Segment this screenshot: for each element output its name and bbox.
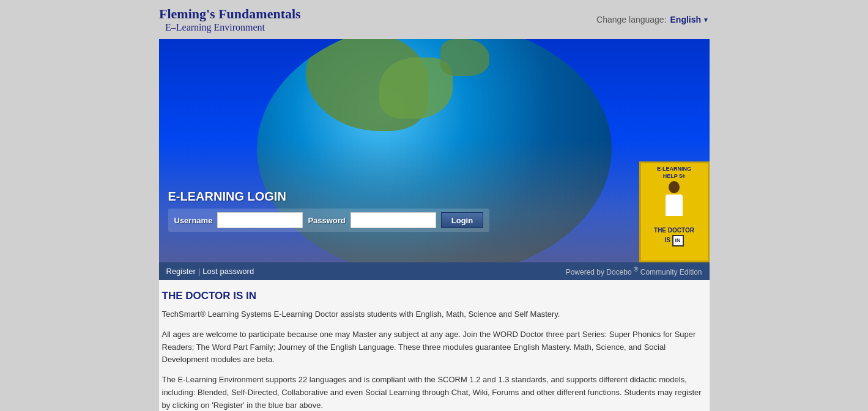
site-title-block: Fleming's Fundamentals E–Learning Enviro… bbox=[159, 6, 301, 33]
globe-land-3 bbox=[440, 39, 489, 76]
password-label: Password bbox=[308, 216, 345, 225]
copyright-symbol: ® bbox=[634, 266, 638, 273]
language-label: Change language: bbox=[596, 15, 666, 24]
booth-bottom-text: THE DOCTORIS IN bbox=[654, 226, 694, 246]
header: Fleming's Fundamentals E–Learning Enviro… bbox=[0, 0, 868, 39]
username-input[interactable] bbox=[217, 212, 303, 228]
bottom-bar: Register | Lost password Powered by Doce… bbox=[159, 262, 710, 280]
separator: | bbox=[198, 267, 200, 276]
content-paragraph-3: The E-Learning Environment supports 22 l… bbox=[162, 374, 707, 411]
bottom-bar-left: Register | Lost password bbox=[166, 267, 254, 276]
paragraph-2-text: All ages are welcome to participate beca… bbox=[162, 330, 696, 365]
booth-top-text: E-LEARNINGHELP 5¢ bbox=[657, 166, 691, 180]
language-selector[interactable]: Change language: English ▼ bbox=[596, 15, 709, 24]
language-value: English bbox=[670, 15, 702, 24]
content-heading: THE DOCTOR IS IN bbox=[162, 290, 707, 302]
language-dropdown[interactable]: English ▼ bbox=[670, 15, 709, 24]
content-paragraph-1: TechSmart® Learning Systems E-Learning D… bbox=[162, 308, 707, 321]
content-paragraph-2: All ages are welcome to participate beca… bbox=[162, 328, 707, 366]
edition-text: Community Edition bbox=[640, 268, 702, 276]
username-label: Username bbox=[174, 216, 213, 225]
login-title: E-LEARNING LOGIN bbox=[168, 190, 490, 204]
main-image-area: E-LEARNINGHELP 5¢ THE DOCTORIS IN E-LEAR… bbox=[159, 39, 710, 262]
password-input[interactable] bbox=[351, 212, 436, 228]
powered-text: Powered by Docebo bbox=[566, 268, 632, 276]
register-link[interactable]: Register bbox=[166, 267, 196, 276]
content-inner: THE DOCTOR IS IN TechSmart® Learning Sys… bbox=[159, 290, 710, 411]
paragraph-1-text: TechSmart® Learning Systems E-Learning D… bbox=[162, 309, 560, 319]
doctor-booth: E-LEARNINGHELP 5¢ THE DOCTORIS IN bbox=[639, 161, 710, 262]
chevron-down-icon: ▼ bbox=[703, 17, 709, 23]
booth-figure-body bbox=[666, 194, 683, 216]
booth-figure-head bbox=[669, 181, 680, 193]
content-area: THE DOCTOR IS IN TechSmart® Learning Sys… bbox=[159, 280, 710, 411]
paragraph-3-text: The E-Learning Environment supports 22 l… bbox=[162, 375, 702, 410]
login-button[interactable]: Login bbox=[441, 212, 483, 228]
login-form-row: Username Password Login bbox=[168, 209, 490, 232]
bottom-bar-right: Powered by Docebo ® Community Edition bbox=[566, 266, 702, 276]
site-title-main: Fleming's Fundamentals bbox=[159, 6, 301, 22]
booth-figure bbox=[656, 181, 692, 224]
login-overlay: E-LEARNING LOGIN Username Password Login bbox=[168, 190, 490, 232]
booth-in-badge: IN bbox=[672, 235, 684, 246]
site-title-sub: E–Learning Environment bbox=[159, 22, 301, 33]
lost-password-link[interactable]: Lost password bbox=[202, 267, 254, 276]
